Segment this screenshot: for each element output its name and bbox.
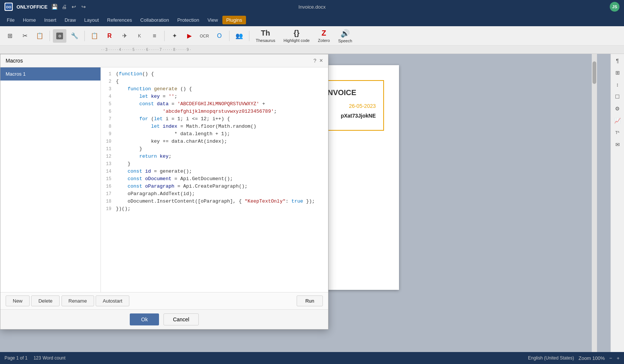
menu-view[interactable]: View: [204, 16, 222, 24]
menu-plugins[interactable]: Plugins: [222, 16, 246, 24]
zotero-btn[interactable]: Z Zotero: [315, 28, 333, 44]
macro-item-1[interactable]: Macros 1: [0, 67, 100, 81]
toolbar-ocr-btn[interactable]: OCR: [198, 29, 211, 43]
toolbar-r-btn[interactable]: R: [103, 29, 116, 43]
toolbar-copy-btn[interactable]: ⊞: [3, 29, 16, 43]
svg-text:OO: OO: [6, 5, 11, 9]
menu-protection[interactable]: Protection: [174, 16, 203, 24]
zotero-icon: Z: [322, 29, 326, 37]
code-line-9: 9 * data.length + 1);: [101, 130, 328, 138]
invoice-number-value: pXat73JjokNE: [341, 113, 376, 119]
toolbar-forms-btn[interactable]: 📋: [88, 29, 101, 43]
dialog-close-btn[interactable]: ×: [320, 57, 323, 64]
code-line-8: 8 let index = Math.floor(Math.random(): [101, 123, 328, 130]
word-count-label: 123 Word count: [33, 355, 65, 361]
settings-right-btn[interactable]: ⚙: [612, 103, 623, 114]
speech-btn[interactable]: 🔊 Speech: [335, 28, 356, 44]
autostart-macro-btn[interactable]: Autostart: [96, 295, 129, 306]
title-bar: OO ONLYOFFICE 💾 🖨 ↩ ↪ Invoice.docx JS: [0, 0, 624, 13]
title-bar-left: OO ONLYOFFICE 💾 🖨 ↩ ↪: [4, 3, 87, 11]
toolbar-special-btn[interactable]: ✦: [168, 29, 181, 43]
menu-layout[interactable]: Layout: [81, 16, 103, 24]
toolbar-list-btn[interactable]: ≡: [148, 29, 161, 43]
code-line-5: 5 const data = 'ABCDEFGHIJKLMNOPQRSTUVWX…: [101, 100, 328, 108]
toolbar-cut-btn[interactable]: ✂: [18, 29, 32, 43]
menu-bar: File Home Insert Draw Layout References …: [0, 13, 624, 26]
save-titlebar-btn[interactable]: 💾: [51, 4, 57, 10]
language-selector[interactable]: English (United States): [528, 355, 574, 361]
paragraph-marks-btn[interactable]: ¶: [612, 55, 623, 66]
fit-btn[interactable]: ↕: [612, 79, 623, 90]
thesaurus-icon: Th: [261, 29, 270, 37]
table-btn[interactable]: ⊞: [612, 67, 623, 78]
dialog-left-buttons: New Delete Rename Autostart: [6, 295, 129, 306]
toolbar-tools-btn[interactable]: 🔧: [68, 29, 81, 43]
toolbar-macros-btn[interactable]: ⚙: [53, 29, 66, 43]
code-line-13: 13 }: [101, 160, 328, 168]
toolbar-connect-btn[interactable]: 👥: [232, 29, 246, 43]
highlight-code-btn[interactable]: {} Highlight code: [280, 28, 313, 44]
invoice-date-value: 26-05-2023: [349, 103, 376, 109]
zoom-out-btn[interactable]: −: [609, 355, 612, 361]
code-line-19: 19 })();: [101, 205, 328, 213]
page-btn[interactable]: ☐: [612, 91, 623, 102]
title-bar-right: JS: [610, 2, 620, 12]
delete-macro-btn[interactable]: Delete: [31, 295, 60, 306]
user-avatar[interactable]: JS: [610, 2, 620, 12]
scroll-thumb[interactable]: [592, 61, 596, 84]
code-line-10: 10 key += data.charAt(index);: [101, 138, 328, 145]
ok-cancel-row: Ok Cancel: [0, 309, 328, 329]
main-area: INVOICE Date 26-05-2023 Invoice pXat73Jj…: [0, 54, 624, 352]
text-art-btn[interactable]: Tᴬ: [612, 127, 623, 138]
dialog-title: Macros: [6, 58, 23, 64]
toolbar-k-btn[interactable]: K: [133, 29, 146, 43]
thesaurus-btn[interactable]: Th Thesaurus: [252, 28, 279, 44]
new-macro-btn[interactable]: New: [6, 295, 30, 306]
document-area: INVOICE Date 26-05-2023 Invoice pXat73Jj…: [0, 54, 610, 352]
code-editor[interactable]: 1 (function() { 2 { 3 function generate …: [101, 67, 328, 292]
menu-draw[interactable]: Draw: [61, 16, 80, 24]
dialog-help-btn[interactable]: ?: [314, 58, 316, 64]
app-name: ONLYOFFICE: [16, 4, 48, 10]
undo-btn[interactable]: ↩: [71, 4, 77, 10]
redo-btn[interactable]: ↪: [81, 4, 87, 10]
menu-home[interactable]: Home: [19, 16, 40, 24]
zoom-in-btn[interactable]: +: [616, 355, 620, 361]
toolbar-outlook-btn[interactable]: O: [213, 29, 226, 43]
code-line-4: 4 let key = '';: [101, 93, 328, 100]
toolbar-sep-1: [50, 31, 50, 41]
zoom-level[interactable]: Zoom 100%: [579, 355, 605, 361]
cancel-btn[interactable]: Cancel: [164, 313, 199, 325]
toolbar-telegram-btn[interactable]: ✈: [118, 29, 131, 43]
menu-references[interactable]: References: [104, 16, 136, 24]
svg-text:⚙: ⚙: [58, 34, 62, 38]
menu-collaboration[interactable]: Collaboration: [136, 16, 173, 24]
dialog-action-row: New Delete Rename Autostart Run: [0, 292, 328, 309]
rename-macro-btn[interactable]: Rename: [62, 295, 94, 306]
chart-btn[interactable]: 📈: [612, 115, 623, 126]
code-line-12: 12 return key;: [101, 153, 328, 160]
toolbar-paste-btn[interactable]: 📋: [33, 29, 46, 43]
menu-insert[interactable]: Insert: [40, 16, 60, 24]
dialog-body: Macros 1 1 (function() { 2 {: [0, 67, 328, 292]
code-line-17: 17 oParagraph.AddText(id);: [101, 190, 328, 198]
menu-file[interactable]: File: [3, 16, 18, 24]
toolbar-youtube-btn[interactable]: ▶: [183, 29, 196, 43]
macros-dialog: Macros ? × Macros 1 1 (function() {: [0, 54, 328, 330]
code-line-3: 3 function generate () {: [101, 85, 328, 93]
scroll-bar[interactable]: [592, 54, 597, 352]
highlight-icon: {}: [294, 29, 300, 37]
toolbar-sep-3: [164, 31, 165, 41]
macro-list: Macros 1: [0, 67, 101, 292]
run-macro-btn[interactable]: Run: [297, 295, 323, 306]
mail-btn[interactable]: ✉: [612, 139, 623, 150]
ok-btn[interactable]: Ok: [130, 313, 159, 325]
document-name: Invoice.docx: [298, 4, 326, 10]
code-line-1: 1 (function() {: [101, 70, 328, 78]
toolbar-sep-4: [229, 31, 230, 41]
print-titlebar-btn[interactable]: 🖨: [61, 4, 67, 10]
right-toolbar: ¶ ⊞ ↕ ☐ ⚙ 📈 Tᴬ ✉: [610, 54, 624, 352]
code-line-11: 11 }: [101, 145, 328, 153]
dialog-header: Macros ? ×: [0, 54, 328, 67]
code-line-14: 14 const id = generate();: [101, 168, 328, 175]
